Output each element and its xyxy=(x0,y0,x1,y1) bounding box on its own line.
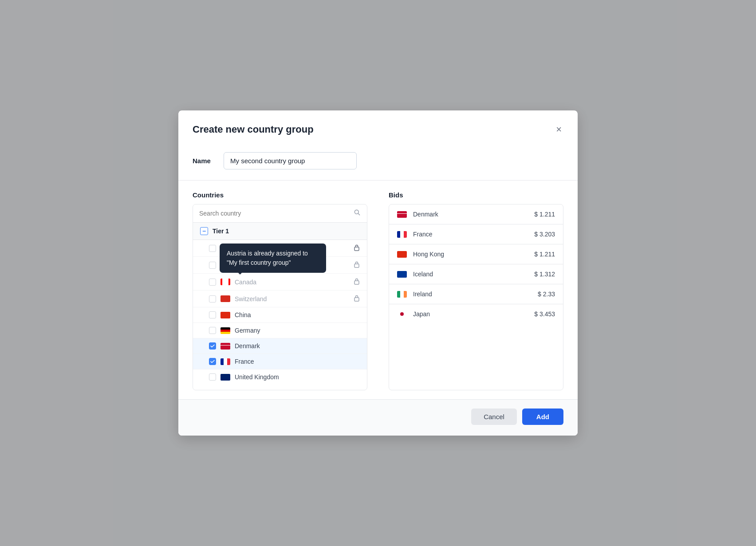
svg-rect-2 xyxy=(354,247,359,251)
bid-amount-france: $ 3.203 xyxy=(524,231,555,238)
country-row-france[interactable]: France xyxy=(193,354,367,369)
flag-canada xyxy=(220,279,230,285)
flag-germany xyxy=(220,327,230,334)
countries-section: Countries xyxy=(193,191,378,390)
flag-australia xyxy=(220,262,230,268)
country-row-united-kingdom[interactable]: United Kingdom xyxy=(193,369,367,385)
bid-country-iceland: Iceland xyxy=(413,271,518,278)
country-row-australia[interactable]: Australia xyxy=(193,257,367,274)
search-input[interactable] xyxy=(199,210,350,217)
name-label: Name xyxy=(193,157,215,165)
bid-flag-france xyxy=(397,231,407,238)
bid-row-iceland: Iceland $ 1.312 xyxy=(389,264,563,284)
search-row xyxy=(193,204,367,223)
svg-rect-4 xyxy=(354,281,359,284)
bid-amount-denmark: $ 1.211 xyxy=(524,211,555,218)
country-row-switzerland[interactable]: Switzerland xyxy=(193,291,367,307)
checkbox-denmark xyxy=(209,342,216,350)
tier1-label: Tier 1 xyxy=(213,228,229,235)
modal-overlay: Create new country group × Name Countrie… xyxy=(0,0,756,546)
checkbox-france xyxy=(209,358,216,365)
country-row-canada[interactable]: Canada xyxy=(193,274,367,291)
country-name-france: France xyxy=(235,358,254,365)
checkbox-china xyxy=(209,311,216,318)
cancel-button[interactable]: Cancel xyxy=(471,409,517,425)
svg-rect-5 xyxy=(354,298,359,301)
add-button[interactable]: Add xyxy=(522,409,563,425)
bid-country-japan: Japan xyxy=(413,310,518,318)
name-row: Name xyxy=(178,145,578,181)
bid-country-denmark: Denmark xyxy=(413,211,518,218)
country-row-germany[interactable]: Germany xyxy=(193,323,367,338)
checkbox-australia xyxy=(209,262,216,269)
modal-title: Create new country group xyxy=(193,124,314,135)
lock-icon-australia xyxy=(354,261,360,269)
tier1-header[interactable]: − Tier 1 xyxy=(193,223,367,240)
lock-icon-canada xyxy=(354,278,360,286)
bid-list: Denmark $ 1.211 France $ 3.203 Hong Kong… xyxy=(389,204,563,390)
modal-body: Countries xyxy=(178,181,578,390)
country-name-denmark: Denmark xyxy=(235,342,260,350)
bid-country-france: France xyxy=(413,231,518,238)
checkbox-austria xyxy=(209,245,216,252)
bid-row-hongkong: Hong Kong $ 1.211 xyxy=(389,244,563,264)
country-name-austria: Austria xyxy=(235,245,254,252)
checkbox-united-kingdom xyxy=(209,373,216,381)
bid-country-hongkong: Hong Kong xyxy=(413,251,518,258)
country-row-austria[interactable]: Austria Austria is already assigned to "… xyxy=(193,240,367,257)
bid-flag-iceland xyxy=(397,271,407,278)
bid-flag-ireland xyxy=(397,291,407,298)
flag-austria xyxy=(220,245,230,251)
bid-flag-denmark xyxy=(397,211,407,218)
checkbox-switzerland xyxy=(209,295,216,302)
bid-amount-hongkong: $ 1.211 xyxy=(524,251,555,258)
search-icon xyxy=(354,209,361,218)
country-name-canada: Canada xyxy=(235,279,256,286)
modal-footer: Cancel Add xyxy=(178,399,578,436)
country-row-denmark[interactable]: Denmark xyxy=(193,338,367,354)
flag-france xyxy=(220,358,230,365)
bid-flag-japan xyxy=(397,311,407,318)
country-list: − Tier 1 Austria xyxy=(193,223,367,390)
bid-amount-ireland: $ 2.33 xyxy=(524,291,555,298)
svg-rect-3 xyxy=(354,264,359,267)
group-name-input[interactable] xyxy=(224,152,357,169)
bids-section-title: Bids xyxy=(389,191,563,199)
checkbox-germany xyxy=(209,327,216,334)
tier1-collapse-icon: − xyxy=(200,227,208,235)
lock-icon-switzerland xyxy=(354,295,360,303)
bid-row-denmark: Denmark $ 1.211 xyxy=(389,204,563,224)
bid-country-ireland: Ireland xyxy=(413,291,518,298)
country-name-china: China xyxy=(235,311,251,318)
country-name-germany: Germany xyxy=(235,327,260,334)
bid-row-france: France $ 3.203 xyxy=(389,224,563,244)
flag-united-kingdom xyxy=(220,374,230,381)
flag-denmark xyxy=(220,343,230,350)
country-name-switzerland: Switzerland xyxy=(235,295,267,302)
countries-box: − Tier 1 Austria xyxy=(193,204,367,390)
bids-section: Bids Denmark $ 1.211 France $ 3.203 xyxy=(378,191,563,390)
countries-section-title: Countries xyxy=(193,191,367,199)
country-name-australia: Australia xyxy=(235,262,259,269)
bid-row-japan: Japan $ 3.453 xyxy=(389,304,563,324)
bids-box: Denmark $ 1.211 France $ 3.203 Hong Kong… xyxy=(389,204,563,390)
bid-amount-japan: $ 3.453 xyxy=(524,310,555,318)
flag-china xyxy=(220,312,230,318)
bid-amount-iceland: $ 1.312 xyxy=(524,271,555,278)
bid-row-ireland: Ireland $ 2.33 xyxy=(389,284,563,304)
country-name-united-kingdom: United Kingdom xyxy=(235,373,279,381)
country-row-china[interactable]: China xyxy=(193,307,367,323)
svg-line-1 xyxy=(358,213,360,215)
close-button[interactable]: × xyxy=(554,123,563,136)
checkbox-canada xyxy=(209,279,216,286)
bid-flag-hongkong xyxy=(397,251,407,258)
flag-switzerland xyxy=(220,295,230,302)
lock-icon-austria xyxy=(354,244,360,252)
create-country-group-modal: Create new country group × Name Countrie… xyxy=(178,110,578,436)
modal-header: Create new country group × xyxy=(178,110,578,145)
